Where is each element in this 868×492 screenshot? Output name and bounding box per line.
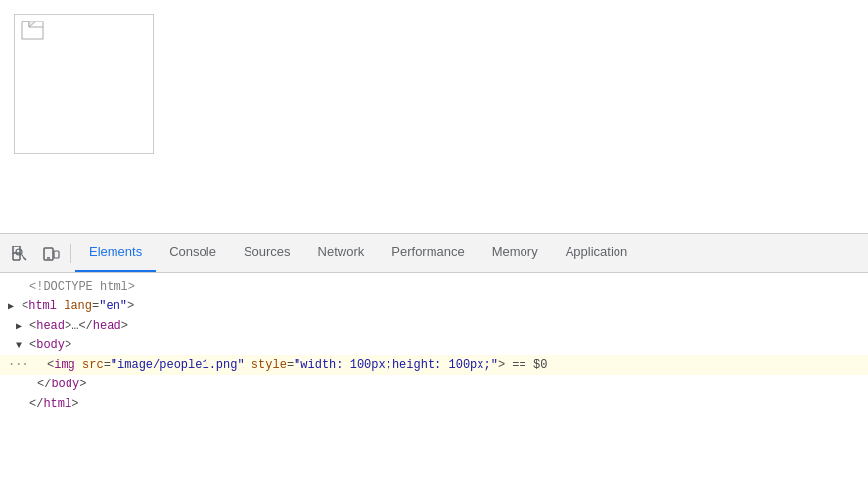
tab-sources[interactable]: Sources bbox=[230, 234, 304, 272]
code-line-html-close: </html> bbox=[0, 394, 868, 414]
code-line-body[interactable]: <body> bbox=[0, 335, 868, 355]
svg-point-8 bbox=[16, 249, 22, 255]
devtools-toolbar: Elements Console Sources Network Perform… bbox=[0, 234, 868, 273]
inspect-icon-button[interactable] bbox=[4, 238, 35, 269]
html-triangle[interactable] bbox=[8, 300, 22, 312]
head-triangle[interactable] bbox=[16, 320, 29, 332]
tab-memory[interactable]: Memory bbox=[479, 234, 552, 272]
three-dots: ··· bbox=[8, 358, 27, 372]
tab-elements[interactable]: Elements bbox=[75, 234, 156, 272]
code-line-head[interactable]: <head> … </head> bbox=[0, 316, 868, 335]
devtools-panel: Elements Console Sources Network Perform… bbox=[0, 233, 868, 492]
tab-console[interactable]: Console bbox=[156, 234, 230, 272]
inspect-icon bbox=[11, 245, 28, 262]
broken-image bbox=[14, 14, 154, 154]
devtools-tabs: Elements Console Sources Network Perform… bbox=[75, 234, 641, 272]
code-line-body-close: </body> bbox=[0, 375, 868, 394]
browser-content-area bbox=[0, 0, 868, 233]
toolbar-divider bbox=[70, 244, 71, 263]
code-line-doctype: <!DOCTYPE html> bbox=[0, 277, 868, 296]
broken-image-icon bbox=[21, 21, 46, 42]
tab-performance[interactable]: Performance bbox=[378, 234, 478, 272]
svg-rect-11 bbox=[54, 251, 59, 258]
device-icon bbox=[42, 245, 60, 262]
code-line-img[interactable]: ··· <img src="image/people1.png" style="… bbox=[0, 355, 868, 375]
tab-network[interactable]: Network bbox=[304, 234, 379, 272]
tab-application[interactable]: Application bbox=[552, 234, 642, 272]
code-line-html[interactable]: <html lang="en" > bbox=[0, 296, 868, 316]
body-triangle[interactable] bbox=[16, 340, 29, 351]
device-toolbar-button[interactable] bbox=[35, 238, 67, 269]
devtools-elements-panel: <!DOCTYPE html> <html lang="en" > <head>… bbox=[0, 273, 868, 492]
